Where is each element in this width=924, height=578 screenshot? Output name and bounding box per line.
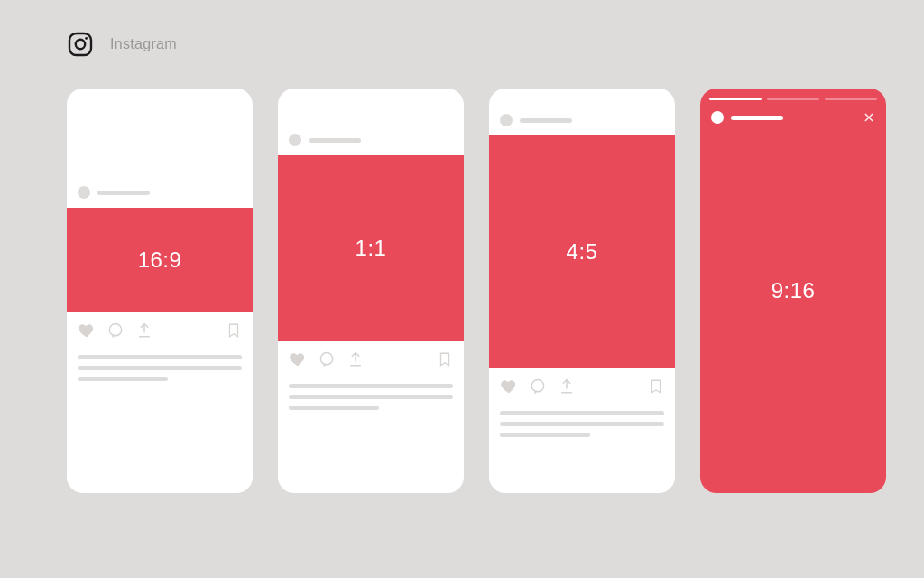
username-placeholder bbox=[520, 118, 572, 123]
caption-placeholder bbox=[489, 403, 675, 448]
post-header bbox=[67, 177, 253, 208]
comment-icon[interactable] bbox=[106, 322, 125, 340]
heart-icon[interactable] bbox=[500, 378, 518, 396]
svg-point-3 bbox=[109, 324, 121, 336]
aspect-ratio-label: 16:9 bbox=[138, 247, 182, 273]
caption-placeholder bbox=[278, 376, 464, 421]
aspect-ratio-label: 4:5 bbox=[567, 239, 598, 265]
avatar bbox=[289, 134, 301, 146]
share-icon[interactable] bbox=[346, 350, 365, 368]
header: Instagram bbox=[0, 0, 924, 58]
story-card-9-16: 9:16 bbox=[700, 89, 886, 493]
story-progress bbox=[700, 89, 886, 100]
instagram-icon bbox=[67, 31, 94, 58]
comment-icon[interactable] bbox=[318, 350, 336, 368]
heart-icon[interactable] bbox=[78, 322, 96, 340]
post-media: 1:1 bbox=[278, 155, 464, 341]
post-actions bbox=[489, 368, 675, 403]
page-title: Instagram bbox=[110, 36, 177, 52]
share-icon[interactable] bbox=[135, 322, 153, 340]
avatar bbox=[711, 111, 724, 124]
comment-icon[interactable] bbox=[529, 378, 547, 396]
avatar bbox=[500, 114, 513, 126]
feed-card-1-1: 1:1 bbox=[278, 89, 464, 493]
bookmark-icon[interactable] bbox=[437, 350, 453, 368]
feed-card-4-5: 4:5 bbox=[489, 89, 675, 493]
username-placeholder bbox=[309, 138, 361, 143]
svg-rect-0 bbox=[69, 33, 91, 55]
story-header bbox=[700, 100, 886, 124]
story-media: 9:16 bbox=[700, 124, 886, 493]
avatar bbox=[78, 186, 90, 199]
svg-point-1 bbox=[76, 40, 85, 49]
username-placeholder bbox=[97, 191, 150, 195]
bookmark-icon[interactable] bbox=[648, 378, 664, 396]
username-placeholder bbox=[731, 116, 783, 120]
svg-point-4 bbox=[320, 353, 332, 365]
share-icon[interactable] bbox=[558, 378, 576, 396]
post-actions bbox=[67, 312, 253, 347]
post-header bbox=[489, 105, 675, 135]
svg-point-2 bbox=[85, 37, 88, 40]
post-media: 4:5 bbox=[489, 135, 675, 368]
feed-card-16-9: 16:9 bbox=[67, 89, 253, 493]
cards-row: 16:9 1:1 bbox=[0, 58, 924, 493]
post-media: 16:9 bbox=[67, 208, 253, 312]
bookmark-icon[interactable] bbox=[226, 322, 242, 340]
aspect-ratio-label: 1:1 bbox=[356, 236, 387, 261]
post-actions bbox=[278, 341, 464, 376]
heart-icon[interactable] bbox=[289, 350, 307, 368]
aspect-ratio-label: 9:16 bbox=[772, 278, 816, 303]
svg-point-5 bbox=[531, 380, 543, 392]
close-icon[interactable] bbox=[863, 111, 875, 124]
caption-placeholder bbox=[67, 347, 253, 392]
post-header bbox=[278, 125, 464, 155]
